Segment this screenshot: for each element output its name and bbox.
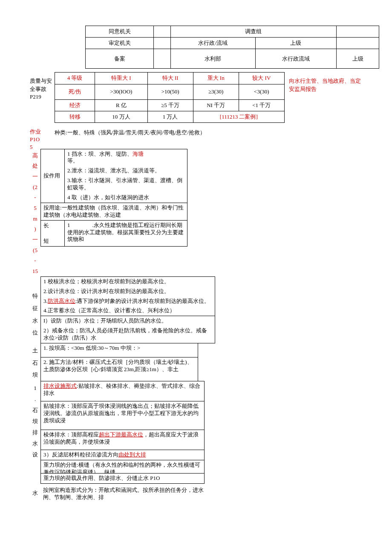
ps-l3: 棱体排水：顶部高程应超出下游最高水位，超出高度应大于波浪沿坡面的爬高，并使坝体浸 bbox=[41, 430, 205, 450]
gaochu-l6: 1 .永久性建筑物是指工程运行期间长期使用的水工建筑物。根据其重要性又分为主要建… bbox=[65, 220, 187, 247]
paishui-col: 1.石坝排水设 bbox=[30, 381, 40, 460]
ps-l2: 贴坡排水：顶部应高于坝体浸润线的逸出点；贴坡排水不能降低浸润线。渗流仍从原坡面逸… bbox=[41, 401, 205, 430]
zhongli-b1: 重力坝的分缝:横缝（有永久性的和临时性的两种，永久性横缝可兼作沉陷缝和温度缝）、… bbox=[40, 460, 205, 474]
t2-r1c: 特大 II bbox=[147, 73, 193, 84]
zy-text: 种类:一般、特殊（强风/异温/雪天/雨天/夜间/带电/悬空/抢救） bbox=[55, 128, 205, 151]
tezheng-section: 特征水位 1 校核洪水位；校核洪水时在坝前到达的最高水位。 2.设计洪水位：设计… bbox=[30, 276, 362, 343]
t2-r4a: 转移 bbox=[55, 111, 95, 122]
t2-side-label: 质量与安全事故 P219 bbox=[30, 72, 55, 101]
t2-r3c: ≥5 千万 bbox=[147, 99, 193, 111]
tezheng-table: 1 校核洪水位；校核洪水时在坝前到达的最高水位。 2.设计洪水位：设计洪水时在坝… bbox=[40, 276, 215, 343]
gaochu-l3: 3.输水：引水隧洞、引水涵管、渠道、渡槽、倒虹吸等。 bbox=[65, 176, 187, 193]
sz-text: 按闸室构造形式分为：开敞式和涵洞式。按所承担的任务分，进水闸、节制闸、泄水闸、排 bbox=[40, 485, 209, 503]
t1-r2-blank1 bbox=[154, 38, 170, 49]
gaochu-section: 高处一(2-5m)一(5-15 按作用 1 挡水：坝、水闸、堤防、海塘等。 2.… bbox=[30, 149, 362, 277]
ts-l2: 2. 施工方法/材料：碾压式土石坝［分均质坝（壤土/砂壤土)、土质防渗体分区坝［… bbox=[41, 357, 198, 381]
tz-l3: 3.防洪高水位:遇下游保护对象的设计洪水时在坝前到达的最高水位。 bbox=[41, 296, 215, 306]
shuizha-table: 按闸室构造形式分为：开敞式和涵洞式。按所承担的任务分，进水闸、节制闸、泄水闸、排 bbox=[40, 485, 209, 503]
t1-r3-blank1 bbox=[154, 49, 170, 69]
paishui-section: 1.石坝排水设 排水设施形式:贴坡排水、棱体排水、褥垫排水、管式排水、综合排水 … bbox=[30, 381, 362, 460]
tushi-table: 1. 按坝高：<30m 低坝:30～70m 中坝：> 2. 施工方法/材料：碾压… bbox=[40, 343, 198, 381]
t2-r3b: R 亿 bbox=[95, 99, 147, 111]
t2-r2c: >10(50) bbox=[147, 84, 193, 99]
t2-r4d: [111213 二案例] bbox=[193, 111, 284, 122]
t2-r2e: <3(30) bbox=[239, 84, 284, 99]
gaochu-l2: 2.泄水：溢流坝、泄水孔、溢洪道等。 bbox=[65, 166, 187, 176]
t2-r2d: ≥3(30) bbox=[193, 84, 239, 99]
t1-r3d: 上级 bbox=[337, 49, 379, 69]
shuizha-section: 水 按闸室构造形式分为：开敞式和涵洞式。按所承担的任务分，进水闸、节制闸、泄水闸… bbox=[30, 485, 362, 503]
gaochu-l5: 按用途:一般性建筑物（挡水坝、溢洪道、水闸）和专门性建筑物（水电站建筑物、水运建 bbox=[41, 203, 187, 220]
t1-r2c: 上级 bbox=[255, 38, 336, 49]
t1-r1a: 同意机关 bbox=[86, 26, 154, 38]
t2-r2b: >30(IOO) bbox=[95, 84, 147, 99]
t2-r1e: 较大 IV bbox=[239, 73, 284, 84]
t1-r1-blank1 bbox=[154, 26, 170, 38]
ps-l4: 3）反滤层材料粒径沿渗流方向由处到大排 bbox=[41, 450, 205, 460]
accident-grade-table: 4 等级 特重大 I 特大 II 重大 In 较大 IV 死/伤 >30(IOO… bbox=[55, 72, 285, 123]
tz-l1: 1 校核洪水位；校核洪水时在坝前到达的最高水位。 bbox=[41, 276, 215, 286]
t1-r2b: 水行政/流域 bbox=[170, 38, 255, 49]
t2-r3a: 经济 bbox=[55, 99, 95, 111]
t2-r1b: 特重大 I bbox=[95, 73, 147, 84]
tz-l4: 4.正常蓄水位（正常高水位、设计蓄水位、兴利水位） bbox=[41, 306, 215, 316]
t2-note: 向水行主管、当地政府、当定安监局报告 bbox=[285, 72, 361, 93]
tezheng-col: 特征水位 bbox=[30, 276, 40, 343]
t1-r3b: 水利部 bbox=[170, 49, 255, 69]
t2-r4b: 10 万人 bbox=[95, 111, 147, 122]
t2-r1d: 重大 In bbox=[193, 73, 239, 84]
tz-l5: I）设防（防汛）水位；开场组织人员防汛的水位。 bbox=[41, 316, 215, 326]
t2-r2a: 死/伤 bbox=[55, 84, 95, 99]
quality-safety-block: 质量与安全事故 P219 4 等级 特重大 I 特大 II 重大 In 较大 I… bbox=[30, 72, 362, 123]
gaochu-c2: 长短 bbox=[41, 220, 65, 247]
zhongli-b2: 重力坝的荷载及作用、防渗排水、分缝止水 P1O bbox=[40, 473, 205, 484]
tz-l6: 2）戒备水位；防汛人员必须开赴防汛前线，准备抢险的水位。戒备水位>设防（防汛）水 bbox=[41, 326, 215, 343]
t2-r3e: <1 千万 bbox=[239, 99, 284, 111]
shuizha-col: 水 bbox=[30, 485, 40, 503]
t1-r2-blank2 bbox=[337, 38, 379, 49]
tz-l2: 2.设计洪水位：设计洪水时在坝前到达的最高水位。 bbox=[41, 287, 215, 296]
tushi-col: 土石坝 bbox=[30, 343, 40, 381]
t1-r1b: 调查组 bbox=[170, 26, 336, 38]
gaochu-table: 按作用 1 挡水：坝、水闸、堤防、海塘等。 2.泄水：溢流坝、泄水孔、溢洪道等。… bbox=[40, 149, 187, 247]
t2-r3d: NI 千万 bbox=[193, 99, 239, 111]
gaochu-l4: 4 取（进）水，如引水隧洞的进水 bbox=[65, 193, 187, 203]
paishui-table: 排水设施形式:贴坡排水、棱体排水、褥垫排水、管式排水、综合排水 贴坡排水：顶部应… bbox=[40, 381, 205, 460]
t1-r1-blank2 bbox=[337, 26, 379, 38]
t2-r4c: 1 万人 bbox=[147, 111, 193, 122]
t2-r1a: 4 等级 bbox=[55, 73, 95, 84]
tushi-section: 土石坝 1. 按坝高：<30m 低坝:30～70m 中坝：> 2. 施工方法/材… bbox=[30, 343, 362, 381]
t1-r3a: 备案 bbox=[86, 49, 154, 69]
t1-r2a: 审定机关 bbox=[86, 38, 154, 49]
gaochu-l1: 1 挡水：坝、水闸、堤防、海塘等。 bbox=[65, 149, 187, 166]
approval-table: 同意机关 调查组 审定机关 水行政/流域 上级 备案 水利部 水行政流域 上级 bbox=[85, 26, 379, 69]
ts-l1: 1. 按坝高：<30m 低坝:30～70m 中坝：> bbox=[41, 343, 198, 357]
gaochu-col: 高处一(2-5m)一(5-15 bbox=[30, 149, 40, 277]
operation-types: 作业 P1O 5 种类:一般、特殊（强风/异温/雪天/雨天/夜间/带电/悬空/抢… bbox=[30, 128, 362, 151]
gaochu-c1: 按作用 bbox=[41, 149, 65, 203]
ps-l1: 排水设施形式:贴坡排水、棱体排水、褥垫排水、管式排水、综合排水 bbox=[41, 381, 205, 401]
t1-r3c: 水行政流域 bbox=[255, 49, 336, 69]
zy-label: 作业 P1O 5 bbox=[30, 128, 55, 151]
